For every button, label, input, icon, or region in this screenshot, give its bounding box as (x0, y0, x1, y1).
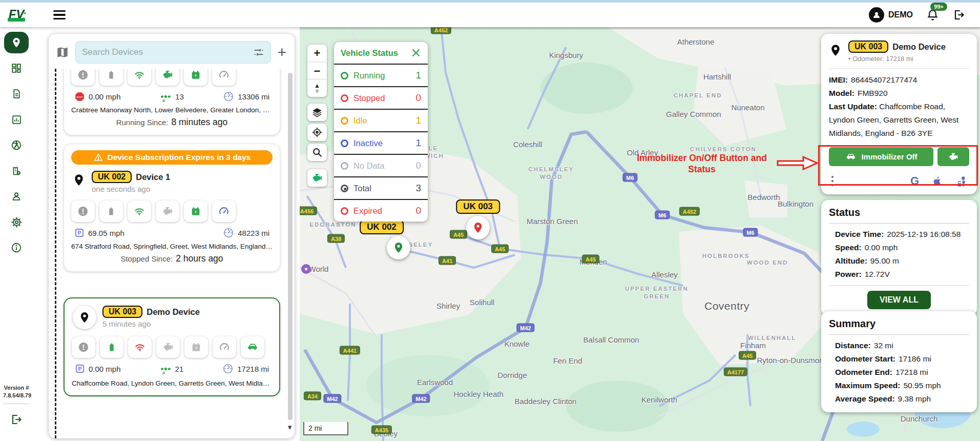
detail-last-update: Last Update: Chaffcombe Road, Lyndon Gre… (829, 100, 969, 140)
stat-icon: P (74, 228, 85, 238)
device-card[interactable]: STOP0.00 mph1313306 mi Crabtree Manorway… (64, 69, 280, 135)
map-pin-icon (11, 36, 22, 49)
status-row: Speed:0.00 mph (835, 241, 969, 254)
add-device-button[interactable]: + (277, 46, 286, 59)
vehicle-status-title: Vehicle Status (341, 48, 398, 58)
status-label: Running (353, 71, 385, 81)
road-badge: A41 (439, 256, 456, 265)
map-marker-plate-uk003[interactable]: UK 003 (456, 199, 500, 214)
sidebar-item-reports[interactable] (4, 83, 29, 105)
map-place-label: CHAPEL END (674, 92, 722, 99)
view-all-button[interactable]: VIEW ALL (867, 291, 931, 309)
road-badge: A45 (582, 255, 599, 264)
status-label: Total (353, 184, 371, 193)
close-icon[interactable] (411, 48, 421, 58)
notifications-button[interactable]: 99+ (926, 9, 939, 22)
sidebar-logout-button[interactable] (10, 413, 23, 426)
status-ring-icon (341, 117, 348, 125)
device-menu-button[interactable] (267, 306, 271, 318)
immobilizer-toggle-button[interactable]: Immobilizer Off (829, 147, 933, 166)
menu-toggle-button[interactable] (53, 10, 66, 20)
map-place-label: Galley Common (666, 110, 712, 118)
device-card-selected[interactable]: UK 003 Demo Device 5 minutes ago P0.00 m… (64, 297, 280, 396)
streetview-icon[interactable] (956, 175, 967, 187)
map-place-label: Coventry (704, 300, 749, 312)
device-plate: UK 003 (102, 306, 142, 318)
sidebar-item-settings[interactable] (4, 211, 29, 233)
map-place-label: Hockley Heath (453, 390, 504, 398)
map-place-label: Coleshill (513, 140, 543, 149)
stat-icon (223, 227, 234, 238)
sidebar-item-users[interactable] (4, 186, 29, 207)
road-badge: M6 (655, 211, 670, 219)
status-chip (128, 69, 151, 86)
map-place-label: Finham (740, 341, 766, 350)
status-chip (184, 201, 207, 222)
aperture-icon (11, 139, 22, 151)
list-scrollbar[interactable] (288, 73, 293, 420)
status-ring-icon (341, 207, 348, 215)
vehicle-status-row[interactable]: No Data 0 (334, 154, 428, 176)
zoom-in-button[interactable]: + (307, 45, 327, 62)
stat-item: STOP0.00 mph (74, 91, 121, 102)
map-toggle-icon[interactable] (56, 46, 69, 59)
summary-card-title: Summary (829, 318, 969, 330)
engine-icon (947, 152, 960, 162)
status-label: No Data (353, 161, 385, 171)
sidebar-item-geofence[interactable] (4, 160, 29, 182)
device-name: Demo Device (147, 307, 200, 317)
sidebar-item-info[interactable] (4, 237, 29, 258)
map-marker-plate-uk002[interactable]: UK 002 (360, 220, 404, 234)
person-icon (11, 191, 22, 202)
vehicle-status-row[interactable]: Total 3 (334, 176, 428, 199)
pan-button[interactable]: ▲▼ (307, 79, 327, 97)
stat-icon (222, 363, 234, 374)
vehicle-status-row[interactable]: Running 1 (334, 64, 428, 86)
map-marker-uk002[interactable] (387, 236, 410, 259)
sidebar-item-dashboard[interactable] (4, 57, 29, 79)
stat-icon (160, 91, 172, 102)
map-place-label: HOLBROOKS (702, 252, 750, 260)
engine-command-button[interactable] (937, 147, 969, 166)
search-input[interactable] (82, 47, 253, 57)
device-menu-button[interactable] (267, 171, 272, 183)
status-chip (99, 69, 123, 86)
google-maps-icon[interactable]: G (910, 174, 919, 188)
device-cards-scroll[interactable]: STOP0.00 mph1313306 mi Crabtree Manorway… (55, 69, 295, 438)
zoom-out-button[interactable]: − (307, 62, 327, 79)
apple-maps-icon[interactable] (932, 175, 943, 187)
status-chip (156, 201, 179, 222)
detail-device-name: Demo Device (892, 42, 946, 52)
map-place-label: WOOD END (747, 259, 788, 267)
road-badge: A456 (300, 207, 317, 215)
version-number: 7.8.54/8.79 (3, 392, 30, 399)
road-badge: A452 (679, 207, 700, 216)
vehicle-status-row[interactable]: Inactive 1 (334, 131, 428, 154)
stat-item: P0.00 mph (75, 364, 121, 374)
road-badge: A45 (450, 230, 467, 239)
sidebar-item-map[interactable] (4, 32, 29, 53)
status-count: 1 (415, 115, 421, 126)
device-card[interactable]: Device Subscription Expires in 3 days UK… (64, 144, 280, 272)
stat-icon (160, 364, 172, 374)
logout-button[interactable] (952, 9, 966, 21)
filter-tune-icon[interactable] (253, 47, 264, 58)
sidebar-item-analytics[interactable] (4, 109, 29, 130)
locate-button[interactable] (307, 124, 327, 141)
stat-item: 13306 mi (223, 91, 269, 102)
scroll-down-icon[interactable]: ▼ (286, 424, 293, 431)
map-marker-uk003[interactable] (466, 216, 490, 239)
map-search-button[interactable] (307, 144, 327, 161)
vehicle-status-row[interactable]: Expired 0 (334, 199, 428, 222)
more-options-button[interactable] (831, 174, 834, 188)
layers-button[interactable] (307, 104, 327, 121)
map-place-label: Fen End (553, 356, 582, 365)
vehicle-status-row[interactable]: Idle 1 (334, 109, 428, 131)
top-accent-strip (0, 0, 980, 3)
vehicle-status-row[interactable]: Stopped 0 (334, 86, 428, 109)
user-menu[interactable]: DEMO (869, 7, 913, 23)
sidebar-item-camera[interactable] (4, 134, 29, 156)
map-place-label: Bulkington (778, 199, 814, 208)
engine-filter-button[interactable] (307, 169, 327, 187)
map-place-label: Dunchurch (901, 414, 938, 423)
